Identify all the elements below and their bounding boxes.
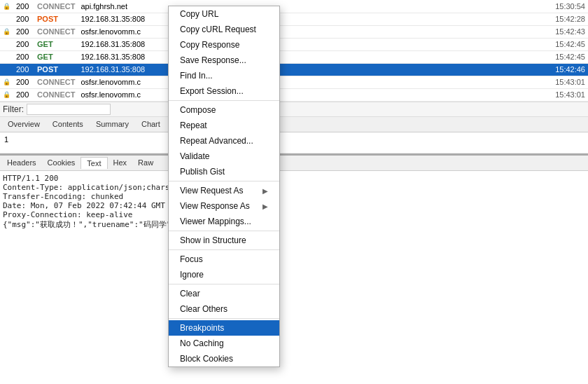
menu-item-publish-gist[interactable]: Publish Gist — [169, 164, 279, 179]
menu-item-label: Copy URL — [180, 9, 218, 19]
menu-arrow-icon: ▶ — [262, 203, 268, 210]
menu-item-label: Show in Structure — [180, 235, 246, 245]
menu-item-ignore[interactable]: Ignore — [169, 267, 279, 282]
menu-item-label: Validate — [180, 151, 209, 161]
menu-item-breakpoints[interactable]: Breakpoints — [169, 320, 279, 336]
menu-item-label: Copy cURL Request — [180, 25, 256, 34]
menu-item-label: Breakpoints — [180, 323, 224, 333]
menu-item-label: Focus — [180, 254, 203, 264]
menu-item-label: No Caching — [180, 338, 224, 348]
menu-item-no-caching[interactable]: No Caching — [169, 336, 279, 351]
menu-separator — [169, 181, 279, 181]
menu-item-label: Viewer Mappings... — [180, 217, 251, 226]
menu-item-show-in-structure[interactable]: Show in Structure — [169, 233, 279, 248]
context-menu: Copy URLCopy cURL RequestCopy ResponseSa… — [168, 6, 280, 367]
menu-separator — [169, 284, 279, 284]
menu-item-label: View Response As — [180, 201, 250, 211]
menu-item-view-response-as[interactable]: View Response As▶ — [169, 198, 279, 214]
menu-item-compose[interactable]: Compose — [169, 102, 279, 118]
menu-item-label: Clear — [180, 289, 200, 299]
menu-item-export-session-[interactable]: Export Session... — [169, 83, 279, 99]
menu-item-copy-response[interactable]: Copy Response — [169, 37, 279, 53]
menu-separator — [169, 249, 279, 250]
menu-item-label: Block Cookies — [180, 354, 233, 364]
menu-item-label: View Request As — [180, 186, 244, 196]
menu-item-focus[interactable]: Focus — [169, 252, 279, 267]
menu-item-validate[interactable]: Validate — [169, 149, 279, 164]
menu-item-view-request-as[interactable]: View Request As▶ — [169, 183, 279, 198]
menu-separator — [169, 318, 279, 319]
menu-item-label: Copy Response — [180, 40, 239, 50]
menu-item-label: Find In... — [180, 71, 213, 81]
menu-item-label: Repeat Advanced... — [180, 136, 253, 146]
menu-item-label: Publish Gist — [180, 167, 225, 177]
menu-separator — [169, 231, 279, 231]
menu-item-label: Save Response... — [180, 55, 246, 65]
menu-item-repeat[interactable]: Repeat — [169, 118, 279, 133]
context-menu-overlay[interactable]: Copy URLCopy cURL RequestCopy ResponseSa… — [0, 0, 588, 384]
menu-item-viewer-mappings-[interactable]: Viewer Mappings... — [169, 214, 279, 229]
menu-item-copy-url[interactable]: Copy URL — [169, 6, 279, 22]
menu-item-label: Repeat — [180, 121, 207, 130]
menu-item-label: Compose — [180, 105, 216, 115]
menu-item-clear[interactable]: Clear — [169, 286, 279, 301]
menu-item-repeat-advanced-[interactable]: Repeat Advanced... — [169, 133, 279, 149]
menu-item-label: Clear Others — [180, 304, 227, 314]
menu-item-label: Ignore — [180, 270, 204, 280]
menu-item-find-in-[interactable]: Find In... — [169, 68, 279, 83]
menu-item-copy-curl-request[interactable]: Copy cURL Request — [169, 22, 279, 37]
menu-item-label: Export Session... — [180, 86, 244, 96]
menu-item-clear-others[interactable]: Clear Others — [169, 301, 279, 317]
menu-arrow-icon: ▶ — [262, 187, 268, 195]
menu-item-save-response-[interactable]: Save Response... — [169, 53, 279, 68]
menu-item-block-cookies[interactable]: Block Cookies — [169, 351, 279, 366]
menu-separator — [169, 100, 279, 101]
